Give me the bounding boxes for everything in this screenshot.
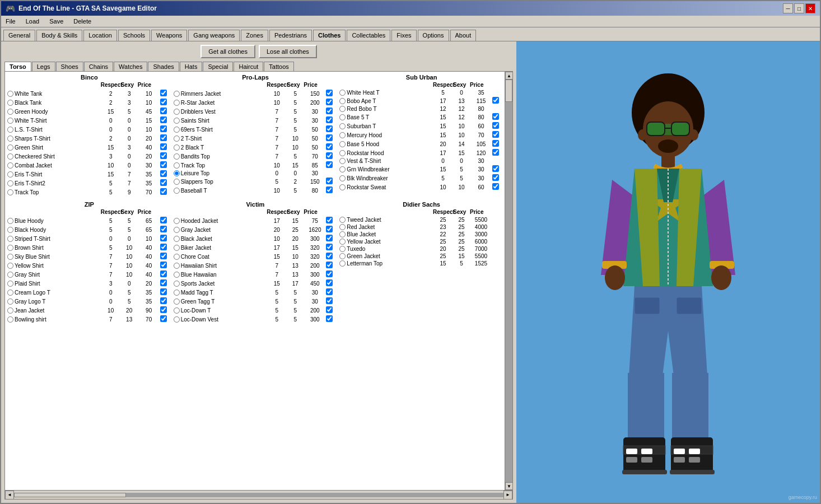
- item-checkbox[interactable]: [492, 140, 499, 147]
- tab-shoes[interactable]: Shoes: [56, 62, 83, 71]
- item-radio-3[interactable]: [174, 118, 180, 124]
- item-checkbox[interactable]: [326, 270, 333, 277]
- item-checkbox[interactable]: [160, 270, 167, 277]
- item-checkbox[interactable]: [326, 125, 333, 132]
- item-checkbox[interactable]: [160, 108, 167, 114]
- tab-gang-weapons[interactable]: Gang weapons: [188, 30, 240, 41]
- item-radio-4[interactable]: [7, 127, 13, 133]
- item-radio-7[interactable]: [7, 281, 13, 287]
- item-checkbox[interactable]: [160, 262, 167, 268]
- item-checkbox[interactable]: [160, 306, 167, 313]
- tab-tattoos[interactable]: Tattoos: [264, 62, 293, 71]
- item-radio-2[interactable]: [7, 236, 13, 242]
- item-checkbox[interactable]: [326, 99, 333, 105]
- item-radio-2[interactable]: [7, 109, 13, 115]
- item-radio-1[interactable]: [7, 227, 13, 233]
- item-checkbox[interactable]: [492, 174, 499, 181]
- item-radio-8[interactable]: [339, 158, 346, 164]
- item-radio-4[interactable]: [7, 254, 13, 260]
- item-radio-7[interactable]: [339, 150, 346, 156]
- item-checkbox[interactable]: [326, 161, 333, 168]
- item-checkbox[interactable]: [326, 108, 333, 114]
- item-checkbox[interactable]: [492, 122, 499, 129]
- item-radio-4[interactable]: [339, 246, 346, 252]
- item-radio-3[interactable]: [174, 245, 180, 251]
- tab-options[interactable]: Options: [418, 30, 449, 41]
- item-checkbox[interactable]: [160, 315, 167, 322]
- tab-location[interactable]: Location: [83, 30, 117, 41]
- item-checkbox[interactable]: [326, 143, 333, 150]
- tab-shades[interactable]: Shades: [148, 62, 179, 71]
- menu-delete[interactable]: Delete: [71, 17, 94, 26]
- item-checkbox[interactable]: [160, 179, 167, 186]
- item-radio-4[interactable]: [174, 127, 180, 133]
- item-radio-10[interactable]: [339, 175, 346, 181]
- item-radio-3[interactable]: [7, 245, 13, 251]
- item-radio-4[interactable]: [339, 123, 346, 129]
- tab-torso[interactable]: Torso: [4, 62, 31, 71]
- item-checkbox[interactable]: [160, 161, 167, 168]
- item-radio-9[interactable]: [7, 171, 13, 178]
- item-radio-0[interactable]: [7, 91, 13, 97]
- item-checkbox[interactable]: [160, 152, 167, 159]
- item-radio-3[interactable]: [339, 114, 346, 120]
- item-radio-3[interactable]: [7, 118, 13, 124]
- vertical-scrollbar[interactable]: ▲ ▼: [505, 72, 512, 490]
- item-radio-0[interactable]: [7, 218, 13, 224]
- scroll-track[interactable]: [505, 80, 512, 482]
- item-checkbox[interactable]: [326, 90, 333, 96]
- item-checkbox[interactable]: [326, 253, 333, 259]
- lose-all-clothes-button[interactable]: Lose all clothes: [259, 45, 317, 58]
- item-radio-6[interactable]: [174, 272, 180, 278]
- item-checkbox[interactable]: [326, 226, 333, 232]
- item-checkbox[interactable]: [326, 279, 333, 286]
- item-checkbox[interactable]: [326, 116, 333, 123]
- item-radio-3[interactable]: [339, 239, 346, 245]
- scroll-down-arrow[interactable]: ▼: [505, 482, 513, 490]
- item-checkbox[interactable]: [326, 315, 333, 322]
- item-radio-10[interactable]: [7, 180, 13, 186]
- item-radio-1[interactable]: [339, 224, 346, 230]
- item-checkbox[interactable]: [492, 131, 499, 138]
- tab-zones[interactable]: Zones: [241, 30, 268, 41]
- item-checkbox[interactable]: [160, 217, 167, 223]
- item-radio-5[interactable]: [7, 263, 13, 269]
- item-checkbox[interactable]: [492, 149, 499, 156]
- item-checkbox[interactable]: [326, 186, 333, 193]
- item-checkbox[interactable]: [326, 235, 333, 241]
- minimize-button[interactable]: ─: [783, 3, 793, 13]
- item-radio-11[interactable]: [174, 316, 180, 323]
- item-radio-0[interactable]: [174, 218, 180, 224]
- item-radio-1[interactable]: [7, 100, 13, 106]
- item-checkbox[interactable]: [492, 165, 499, 172]
- tab-general[interactable]: General: [3, 30, 35, 41]
- item-radio-9[interactable]: [174, 170, 180, 176]
- item-radio-5[interactable]: [174, 136, 180, 142]
- item-checkbox[interactable]: [160, 116, 167, 123]
- item-radio-5[interactable]: [7, 136, 13, 142]
- item-radio-0[interactable]: [339, 90, 346, 96]
- item-radio-6[interactable]: [7, 144, 13, 151]
- item-radio-0[interactable]: [339, 217, 346, 223]
- item-radio-8[interactable]: [7, 162, 13, 169]
- tab-schools[interactable]: Schools: [118, 30, 150, 41]
- item-checkbox[interactable]: [160, 226, 167, 232]
- item-radio-9[interactable]: [339, 166, 346, 172]
- item-radio-1[interactable]: [339, 98, 346, 104]
- item-radio-7[interactable]: [174, 281, 180, 287]
- item-checkbox[interactable]: [160, 297, 167, 304]
- item-radio-6[interactable]: [339, 260, 346, 267]
- item-checkbox[interactable]: [160, 99, 167, 105]
- tab-pedestrians[interactable]: Pedestrians: [269, 30, 312, 41]
- item-radio-11[interactable]: [174, 188, 180, 194]
- item-radio-0[interactable]: [174, 91, 180, 97]
- item-checkbox[interactable]: [326, 134, 333, 141]
- tab-fixes[interactable]: Fixes: [391, 30, 416, 41]
- item-radio-7[interactable]: [7, 153, 13, 160]
- item-checkbox[interactable]: [326, 297, 333, 304]
- item-checkbox[interactable]: [160, 90, 167, 96]
- get-all-clothes-button[interactable]: Get all clothes: [200, 45, 255, 58]
- item-checkbox[interactable]: [326, 306, 333, 313]
- tab-about[interactable]: About: [450, 30, 477, 41]
- item-radio-11[interactable]: [7, 316, 13, 323]
